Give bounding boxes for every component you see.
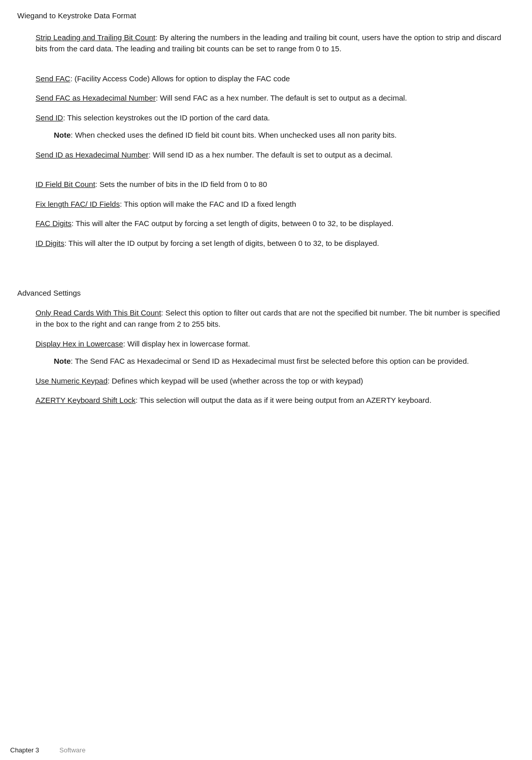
note-advanced-label: Note: [54, 357, 71, 365]
footer-software: Software: [59, 745, 85, 755]
entry-strip-leading-trailing-title: Strip Leading and Trailing Bit Count: [36, 33, 155, 42]
entry-send-fac-body: : (Facility Access Code) Allows for opti…: [70, 74, 290, 83]
entry-send-fac-title: Send FAC: [36, 74, 70, 83]
entry-display-hex-lowercase-body: : Will display hex in lowercase format.: [123, 339, 250, 348]
footer-chapter: Chapter 3: [10, 745, 39, 755]
entry-id-digits-body: : This will alter the ID output by forci…: [64, 239, 379, 247]
entry-strip-leading-trailing-text: Strip Leading and Trailing Bit Count: By…: [36, 32, 505, 55]
entry-only-read-cards-text: Only Read Cards With This Bit Count: Sel…: [36, 307, 505, 330]
advanced-settings-section: Advanced Settings Only Read Cards With T…: [17, 288, 505, 406]
entry-fix-length-fac-text: Fix length FAC/ ID Fields: This option w…: [36, 199, 505, 210]
entry-only-read-cards: Only Read Cards With This Bit Count: Sel…: [17, 307, 505, 330]
entry-display-hex-lowercase-title: Display Hex in Lowercase: [36, 339, 123, 348]
note-send-id-body: : When checked uses the defined ID field…: [71, 131, 396, 139]
entry-send-id-hex: Send ID as Hexadecimal Number: Will send…: [17, 149, 505, 161]
entry-fac-digits-body: : This will alter the FAC output by forc…: [72, 219, 393, 228]
entry-send-id-hex-title: Send ID as Hexadecimal Number: [36, 150, 149, 159]
entry-send-id-text: Send ID: This selection keystrokes out t…: [36, 112, 505, 124]
note-send-id-label: Note: [54, 131, 71, 139]
entry-send-fac: Send FAC: (Facility Access Code) Allows …: [17, 73, 505, 85]
intro-title: Wiegand to Keystroke Data Format: [17, 10, 505, 22]
entry-id-field-bit-count: ID Field Bit Count: Sets the number of b…: [17, 179, 505, 191]
entry-send-id-title: Send ID: [36, 113, 63, 122]
entry-send-fac-hex-title: Send FAC as Hexadecimal Number: [36, 93, 156, 102]
entry-strip-leading-trailing: Strip Leading and Trailing Bit Count: By…: [17, 32, 505, 55]
entry-send-id-hex-body: : Will send ID as a hex number. The defa…: [149, 150, 393, 159]
entry-send-fac-hex-text: Send FAC as Hexadecimal Number: Will sen…: [36, 92, 505, 104]
note-advanced: Note: The Send FAC as Hexadecimal or Sen…: [54, 356, 505, 367]
note-send-id: Note: When checked uses the defined ID f…: [54, 130, 505, 141]
entry-azerty-keyboard-text: AZERTY Keyboard Shift Lock: This selecti…: [36, 395, 505, 406]
entry-id-digits: ID Digits: This will alter the ID output…: [17, 238, 505, 249]
entry-azerty-keyboard-title: AZERTY Keyboard Shift Lock: [36, 396, 136, 404]
entry-display-hex-lowercase-text: Display Hex in Lowercase: Will display h…: [36, 338, 505, 350]
entry-azerty-keyboard-body: : This selection will output the data as…: [136, 396, 431, 404]
entry-send-fac-hex: Send FAC as Hexadecimal Number: Will sen…: [17, 92, 505, 104]
page-footer: Chapter 3 Software: [0, 745, 532, 755]
entry-use-numeric-keypad-title: Use Numeric Keypad: [36, 376, 108, 385]
entry-fac-digits: FAC Digits: This will alter the FAC outp…: [17, 218, 505, 230]
entry-send-id-body: : This selection keystrokes out the ID p…: [63, 113, 270, 122]
note-advanced-body: : The Send FAC as Hexadecimal or Send ID…: [71, 357, 469, 365]
entry-send-fac-hex-body: : Will send FAC as a hex number. The def…: [156, 93, 407, 102]
entry-send-id: Send ID: This selection keystrokes out t…: [17, 112, 505, 141]
entry-id-digits-text: ID Digits: This will alter the ID output…: [36, 238, 505, 249]
entry-id-digits-title: ID Digits: [36, 239, 64, 247]
entry-use-numeric-keypad: Use Numeric Keypad: Defines which keypad…: [17, 375, 505, 387]
entry-fix-length-fac-title: Fix length FAC/ ID Fields: [36, 200, 120, 208]
entry-use-numeric-keypad-text: Use Numeric Keypad: Defines which keypad…: [36, 375, 505, 387]
entry-id-field-bit-count-text: ID Field Bit Count: Sets the number of b…: [36, 179, 505, 191]
note-send-id-text: Note: When checked uses the defined ID f…: [54, 130, 505, 141]
entry-fac-digits-title: FAC Digits: [36, 219, 72, 228]
entry-id-field-bit-count-body: : Sets the number of bits in the ID fiel…: [95, 180, 268, 188]
entry-azerty-keyboard: AZERTY Keyboard Shift Lock: This selecti…: [17, 395, 505, 406]
note-advanced-text: Note: The Send FAC as Hexadecimal or Sen…: [54, 356, 505, 367]
entry-only-read-cards-title: Only Read Cards With This Bit Count: [36, 308, 161, 317]
entry-display-hex-lowercase: Display Hex in Lowercase: Will display h…: [17, 338, 505, 367]
entry-send-fac-text: Send FAC: (Facility Access Code) Allows …: [36, 73, 505, 85]
entry-id-field-bit-count-title: ID Field Bit Count: [36, 180, 95, 188]
entry-use-numeric-keypad-body: : Defines which keypad will be used (whe…: [108, 376, 363, 385]
entry-fix-length-fac-body: : This option will make the FAC and ID a…: [120, 200, 296, 208]
page-content: Wiegand to Keystroke Data Format Strip L…: [17, 10, 505, 406]
entry-send-id-hex-text: Send ID as Hexadecimal Number: Will send…: [36, 149, 505, 161]
entry-fix-length-fac: Fix length FAC/ ID Fields: This option w…: [17, 199, 505, 210]
advanced-settings-title: Advanced Settings: [17, 288, 505, 299]
entry-fac-digits-text: FAC Digits: This will alter the FAC outp…: [36, 218, 505, 230]
